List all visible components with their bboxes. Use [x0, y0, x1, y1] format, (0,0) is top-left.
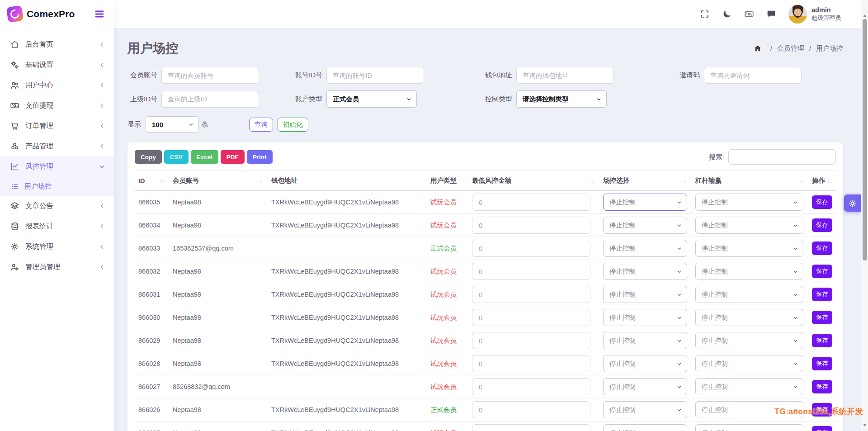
- column-header[interactable]: 杠杆输赢↑↓: [692, 171, 808, 191]
- scroll-up-arrow[interactable]: [863, 13, 867, 17]
- save-button[interactable]: 保存: [812, 288, 832, 301]
- page-scrollbar[interactable]: [861, 0, 868, 431]
- lever-control-select[interactable]: 停止控制: [695, 194, 803, 211]
- risk-amount-input[interactable]: [472, 424, 590, 431]
- risk-amount-input[interactable]: [472, 355, 590, 372]
- field-control-select[interactable]: 停止控制: [603, 286, 687, 303]
- sidebar-toggle-icon[interactable]: [94, 9, 105, 19]
- lever-control-select[interactable]: 停止控制: [695, 424, 803, 431]
- sort-icon[interactable]: ↑↓: [160, 178, 166, 184]
- table-search-input[interactable]: [728, 149, 836, 165]
- column-header[interactable]: 会员账号↑↓: [169, 171, 268, 191]
- account-id-label: 账号ID号: [292, 71, 322, 80]
- sidebar-item[interactable]: 产品管理: [0, 136, 114, 156]
- column-header[interactable]: 钱包地址: [268, 171, 427, 191]
- sort-icon[interactable]: ↑↓: [259, 178, 264, 184]
- scroll-down-arrow[interactable]: [863, 424, 867, 428]
- column-header[interactable]: 用户类型: [427, 171, 468, 191]
- lever-control-select[interactable]: 停止控制: [695, 240, 803, 257]
- risk-amount-input[interactable]: [472, 286, 590, 303]
- export-csv-button[interactable]: CSV: [164, 150, 189, 164]
- lever-control-select[interactable]: 停止控制: [695, 332, 803, 349]
- lever-control-select[interactable]: 停止控制: [695, 378, 803, 395]
- save-button[interactable]: 保存: [812, 195, 832, 209]
- cell-id: 866026: [135, 398, 169, 422]
- field-control-select[interactable]: 停止控制: [603, 194, 687, 211]
- lever-control-select[interactable]: 停止控制: [695, 309, 803, 326]
- export-print-button[interactable]: Print: [247, 150, 273, 164]
- breadcrumb-home-icon[interactable]: [750, 41, 765, 56]
- save-button[interactable]: 保存: [812, 218, 832, 232]
- field-control-select[interactable]: 停止控制: [603, 332, 687, 349]
- account-id-input[interactable]: [326, 67, 424, 84]
- risk-amount-input[interactable]: [472, 263, 590, 280]
- save-button[interactable]: 保存: [812, 334, 832, 347]
- dark-mode-icon[interactable]: [722, 9, 732, 19]
- sidebar-item[interactable]: 订单管理: [0, 116, 114, 136]
- sort-icon[interactable]: ↑↓: [800, 178, 805, 184]
- sidebar-item[interactable]: 充值提现: [0, 95, 114, 116]
- messages-icon[interactable]: [766, 9, 776, 19]
- page-size-select[interactable]: 100: [146, 116, 199, 133]
- sidebar-item[interactable]: 管理员管理: [0, 257, 114, 277]
- field-control-select[interactable]: 停止控制: [603, 263, 687, 280]
- lever-control-select[interactable]: 停止控制: [695, 217, 803, 234]
- field-control-select[interactable]: 停止控制: [603, 401, 687, 418]
- export-excel-button[interactable]: Excel: [191, 150, 218, 164]
- risk-amount-input[interactable]: [472, 240, 590, 257]
- scrollbar-thumb[interactable]: [863, 19, 867, 260]
- save-button[interactable]: 保存: [812, 380, 832, 393]
- save-button[interactable]: 保存: [812, 311, 832, 324]
- invite-code-input[interactable]: [704, 67, 802, 84]
- sort-icon[interactable]: ↑↓: [683, 178, 689, 184]
- export-copy-button[interactable]: Copy: [135, 150, 162, 164]
- reset-button[interactable]: 初始化: [278, 118, 308, 132]
- lever-control-select[interactable]: 停止控制: [695, 263, 803, 280]
- field-control-select[interactable]: 停止控制: [603, 217, 687, 234]
- field-control-select[interactable]: 停止控制: [603, 355, 687, 372]
- risk-amount-input[interactable]: [472, 401, 590, 418]
- sidebar-item[interactable]: 风控管理: [0, 156, 114, 177]
- risk-amount-input[interactable]: [472, 217, 590, 234]
- fullscreen-icon[interactable]: [700, 9, 710, 19]
- parent-id-input[interactable]: [161, 91, 259, 108]
- field-control-select[interactable]: 停止控制: [603, 424, 687, 431]
- save-button[interactable]: 保存: [812, 426, 832, 431]
- account-type-select[interactable]: 正式会员: [326, 90, 417, 108]
- member-account-input[interactable]: [161, 67, 259, 84]
- sort-icon[interactable]: ↑↓: [591, 178, 596, 184]
- field-control-select[interactable]: 停止控制: [603, 240, 687, 257]
- user-menu[interactable]: admin 超级管理员: [788, 5, 841, 24]
- sidebar-item[interactable]: 基础设置: [0, 55, 114, 75]
- save-button[interactable]: 保存: [812, 265, 832, 278]
- sidebar-item[interactable]: 系统管理: [0, 237, 114, 257]
- sort-icon[interactable]: ↑↓: [827, 178, 833, 184]
- sidebar-item[interactable]: 用户中心: [0, 75, 114, 95]
- column-header[interactable]: 操作↑↓: [808, 171, 836, 191]
- risk-amount-input[interactable]: [472, 309, 590, 326]
- sidebar-item[interactable]: 报表统计: [0, 216, 114, 237]
- settings-fab[interactable]: [844, 194, 861, 212]
- lever-control-select[interactable]: 停止控制: [695, 286, 803, 303]
- export-pdf-button[interactable]: PDF: [221, 150, 245, 164]
- wallet-icon[interactable]: [744, 9, 754, 19]
- control-type-select[interactable]: 请选择控制类型: [516, 90, 607, 108]
- sidebar-item[interactable]: 文章公告: [0, 196, 114, 216]
- column-header[interactable]: ID↑↓: [135, 171, 169, 191]
- lever-control-select[interactable]: 停止控制: [695, 355, 803, 372]
- save-button[interactable]: 保存: [812, 242, 832, 255]
- field-control-select[interactable]: 停止控制: [603, 378, 687, 395]
- risk-amount-input[interactable]: [472, 194, 590, 211]
- cell-account: Neptaa98: [169, 214, 268, 237]
- sidebar-item[interactable]: 用户场控: [0, 177, 114, 196]
- save-button[interactable]: 保存: [812, 357, 832, 370]
- column-header[interactable]: 最低风控金额↑↓: [468, 171, 599, 191]
- column-header[interactable]: 场控选择↑↓: [599, 171, 692, 191]
- risk-amount-input[interactable]: [472, 378, 590, 395]
- sidebar-item[interactable]: 后台首页: [0, 34, 114, 55]
- breadcrumb-parent[interactable]: 会员管理: [777, 44, 804, 53]
- risk-amount-input[interactable]: [472, 332, 590, 349]
- query-button[interactable]: 查询: [249, 118, 273, 132]
- wallet-input[interactable]: [516, 67, 614, 84]
- field-control-select[interactable]: 停止控制: [603, 309, 687, 326]
